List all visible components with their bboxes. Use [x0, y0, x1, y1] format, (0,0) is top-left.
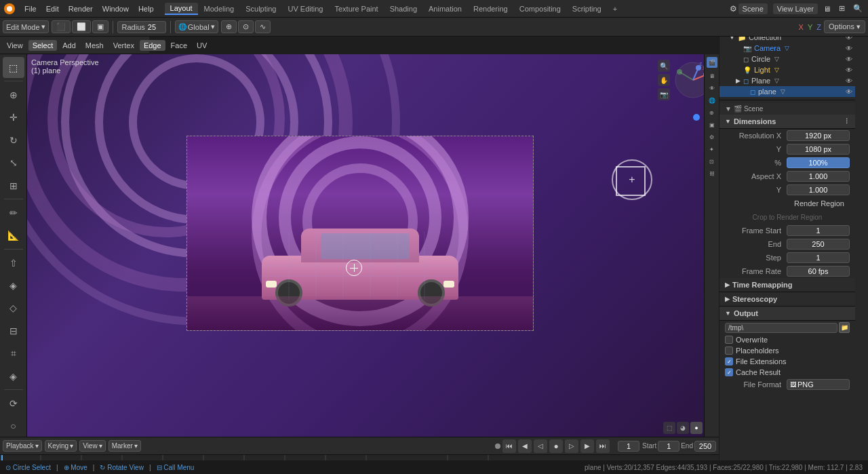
plane-active-visibility-icon[interactable]: 👁 [846, 88, 852, 96]
transform-dropdown[interactable]: 🌐 Global ▾ [175, 20, 218, 33]
props-particles-icon[interactable]: ✦ [707, 144, 717, 155]
dimensions-section-header[interactable]: ▼ Dimensions ⋮ [719, 115, 855, 129]
tab-shading[interactable]: Shading [384, 3, 422, 14]
inset-tool[interactable]: ◈ [3, 275, 24, 296]
dimensions-options-icon[interactable]: ⋮ [844, 118, 850, 125]
props-object-icon[interactable]: ▣ [707, 119, 717, 130]
view-layer-field[interactable]: View Layer [773, 3, 818, 14]
output-path-field[interactable]: /tmp\ [725, 323, 837, 333]
face-display-btn[interactable]: ▣ [92, 20, 108, 33]
radius-value[interactable]: 25 [148, 23, 161, 31]
mode-selector[interactable]: Edit Mode ▾ [3, 20, 49, 33]
resolution-y-value[interactable]: 1080 px [787, 144, 850, 155]
overwrite-row[interactable]: Overwrite [719, 334, 855, 345]
props-view-icon[interactable]: 👁 [707, 83, 717, 94]
mesh-btn[interactable]: Mesh [81, 40, 108, 51]
tab-animation[interactable]: Animation [423, 3, 467, 14]
file-extensions-row[interactable]: ✓ File Extensions [719, 356, 855, 367]
props-render-icon[interactable]: 🎬 [707, 57, 717, 68]
frame-start-value[interactable]: 1 [787, 225, 850, 236]
props-constraints-icon[interactable]: ⛓ [707, 168, 717, 179]
viewport-zoom-icon[interactable]: 🔍 [658, 60, 670, 72]
plane-visibility-icon[interactable]: 👁 [846, 77, 852, 85]
move-tool[interactable]: ✛ [3, 107, 24, 128]
circle-item[interactable]: ▶ ◻ Circle ▽ 👁 [719, 54, 855, 64]
frame-end-value[interactable]: 250 [787, 239, 850, 250]
menu-file[interactable]: File [20, 3, 41, 14]
smooth-tool[interactable]: ○ [3, 416, 24, 437]
spin-tool[interactable]: ⟳ [3, 393, 24, 414]
add-btn[interactable]: Add [58, 40, 80, 51]
overwrite-checkbox[interactable] [725, 336, 733, 344]
options-btn[interactable]: Options ▾ [824, 20, 865, 33]
stop-btn[interactable]: ● [549, 439, 563, 453]
knife-tool[interactable]: ⌗ [3, 342, 24, 363]
select-tool[interactable]: ⬚ [3, 57, 24, 78]
file-format-value[interactable]: 🖼 PNG [787, 379, 850, 390]
status-circle-select[interactable]: ⊙ Circle Select [5, 464, 51, 471]
edge-display-btn[interactable]: ⬜ [72, 20, 91, 33]
play-forward-btn[interactable]: ▷ [565, 439, 578, 453]
output-section-header[interactable]: ▼ Output [719, 307, 855, 321]
camera-item[interactable]: ▶ 📷 Camera ▽ 👁 [719, 43, 855, 54]
resolution-x-value[interactable]: 1920 px [787, 130, 850, 141]
props-scene-icon[interactable]: 🌐 [707, 95, 717, 106]
play-back-btn[interactable]: ◁ [534, 439, 547, 453]
render-icon[interactable]: 🖥 [821, 3, 833, 14]
tab-add[interactable]: + [608, 3, 623, 14]
props-modifier-icon[interactable]: ⚙ [707, 132, 717, 142]
frame-rate-value[interactable]: 60 fps [787, 266, 850, 277]
xyz-x[interactable]: X [797, 23, 805, 31]
face-btn[interactable]: Face [167, 40, 191, 51]
tab-compositing[interactable]: Compositing [514, 3, 566, 14]
menu-edit[interactable]: Edit [42, 3, 63, 14]
proportional-falloff-btn[interactable]: ∿ [255, 20, 271, 33]
camera-visibility-icon[interactable]: 👁 [846, 45, 852, 52]
file-extensions-checkbox[interactable]: ✓ [725, 357, 733, 366]
viewport-camera-icon[interactable]: 📷 [658, 88, 670, 100]
loop-cut-tool[interactable]: ⊟ [3, 320, 24, 341]
step-back-btn[interactable]: ◀ [518, 439, 532, 453]
menu-help[interactable]: Help [134, 3, 158, 14]
view-btn[interactable]: View [3, 40, 27, 51]
jump-end-btn[interactable]: ⏭ [596, 439, 610, 453]
light-item[interactable]: ▶ 💡 Light ▽ 👁 [719, 64, 855, 75]
snap-btn[interactable]: ⊕ [221, 20, 237, 33]
layout-icon[interactable]: ⊞ [836, 3, 848, 14]
resolution-pct-value[interactable]: 100% [787, 157, 850, 168]
viewport-hand-icon[interactable]: ✋ [658, 74, 670, 86]
time-remapping-header[interactable]: ▶ Time Remapping [719, 278, 855, 292]
stereoscopy-header[interactable]: ▶ Stereoscopy [719, 292, 855, 307]
cursor-tool[interactable]: ⊕ [3, 84, 24, 105]
extrude-tool[interactable]: ⇧ [3, 252, 24, 273]
aspect-y-value[interactable]: 1.000 [787, 184, 850, 195]
circle-visibility-icon[interactable]: 👁 [846, 56, 852, 63]
end-frame-field[interactable]: 250 [694, 441, 716, 452]
tab-modeling[interactable]: Modeling [199, 3, 240, 14]
measure-tool[interactable]: 📐 [3, 225, 24, 246]
material-shading[interactable]: ● [690, 422, 703, 434]
view-dropdown[interactable]: View ▾ [79, 440, 106, 452]
props-physics-icon[interactable]: ⊡ [707, 156, 717, 167]
vertex-display-btn[interactable]: ⬛ [52, 20, 71, 33]
uv-btn[interactable]: UV [193, 40, 211, 51]
props-output-icon[interactable]: 🖥 [707, 71, 717, 81]
start-frame-field[interactable]: 1 [658, 441, 679, 452]
xyz-y[interactable]: Y [806, 23, 814, 31]
plane-active-item[interactable]: ▶ ◻ plane ▽ 👁 [719, 86, 855, 97]
cache-result-row[interactable]: ✓ Cache Result [719, 367, 855, 378]
tab-rendering[interactable]: Rendering [468, 3, 513, 14]
cache-result-checkbox[interactable]: ✓ [725, 368, 733, 376]
search-icon[interactable]: 🔍 [850, 3, 865, 14]
bevel-tool[interactable]: ◇ [3, 298, 24, 319]
polypen-tool[interactable]: ◈ [3, 366, 24, 387]
solid-shading[interactable]: ◕ [677, 422, 689, 434]
frame-step-value[interactable]: 1 [787, 252, 850, 263]
menu-window[interactable]: Window [98, 3, 133, 14]
rotate-tool[interactable]: ↻ [3, 130, 24, 151]
main-viewport[interactable]: Camera Perspective (1) plane [27, 54, 719, 437]
step-forward-btn[interactable]: ▶ [580, 439, 594, 453]
status-call-menu[interactable]: ⊟ Call Menu [157, 464, 195, 471]
current-frame-field[interactable]: 1 [618, 441, 639, 452]
placeholders-row[interactable]: Placeholders [719, 345, 855, 356]
